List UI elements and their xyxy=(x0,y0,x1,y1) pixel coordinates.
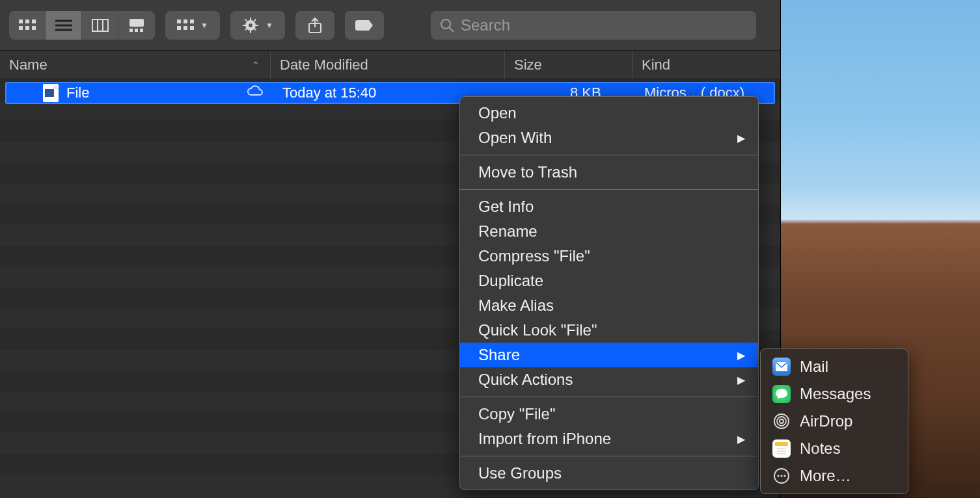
submenu-arrow-icon: ▶ xyxy=(737,349,745,361)
svg-point-50 xyxy=(783,475,785,477)
svg-rect-5 xyxy=(32,26,36,30)
search-input[interactable] xyxy=(461,16,747,34)
file-date: Today at 15:40 xyxy=(282,85,376,101)
svg-point-48 xyxy=(777,475,779,477)
notes-icon xyxy=(772,439,791,458)
share-label: More… xyxy=(800,467,851,485)
view-columns-button[interactable] xyxy=(82,11,118,40)
svg-rect-2 xyxy=(32,20,36,23)
svg-rect-14 xyxy=(135,29,138,32)
share-mail[interactable]: Mail xyxy=(761,353,908,380)
ctx-copy[interactable]: Copy "File" xyxy=(460,402,758,426)
messages-icon xyxy=(772,385,791,403)
ctx-separator xyxy=(460,397,758,397)
view-list-button[interactable] xyxy=(46,11,82,40)
svg-point-34 xyxy=(441,20,450,29)
svg-rect-24 xyxy=(250,18,251,21)
svg-line-35 xyxy=(449,27,454,32)
ctx-separator xyxy=(460,456,758,456)
svg-rect-4 xyxy=(25,26,29,30)
svg-rect-25 xyxy=(250,30,251,33)
view-icon-button[interactable] xyxy=(9,11,46,40)
svg-rect-43 xyxy=(775,442,788,446)
svg-rect-16 xyxy=(177,20,181,23)
view-mode-group xyxy=(9,11,155,40)
ctx-rename[interactable]: Rename xyxy=(460,219,758,244)
ctx-move-to-trash[interactable]: Move to Trash xyxy=(460,160,758,185)
share-label: Mail xyxy=(800,358,828,376)
ctx-separator xyxy=(460,155,758,155)
search-field[interactable] xyxy=(431,11,756,40)
column-label: Date Modified xyxy=(280,57,368,73)
airdrop-icon xyxy=(772,412,791,430)
column-label: Name xyxy=(9,57,48,73)
svg-point-41 xyxy=(780,419,783,423)
finder-toolbar: ▼ ▼ xyxy=(0,0,780,51)
chevron-down-icon: ▼ xyxy=(265,21,273,30)
docx-file-icon xyxy=(43,84,59,102)
action-menu-button[interactable]: ▼ xyxy=(230,11,285,40)
svg-rect-3 xyxy=(19,26,23,30)
svg-rect-13 xyxy=(129,29,133,32)
svg-point-40 xyxy=(777,417,786,426)
sort-chevron-icon: ⌃ xyxy=(252,60,260,70)
ctx-make-alias[interactable]: Make Alias xyxy=(460,293,758,318)
context-menu: Open Open With▶ Move to Trash Get Info R… xyxy=(459,96,759,490)
ctx-open[interactable]: Open xyxy=(460,101,758,125)
svg-rect-19 xyxy=(177,26,181,30)
ctx-quick-look[interactable]: Quick Look "File" xyxy=(460,318,758,343)
svg-rect-30 xyxy=(254,18,256,21)
ctx-open-with[interactable]: Open With▶ xyxy=(460,125,758,150)
file-name: File xyxy=(66,85,89,101)
submenu-arrow-icon: ▶ xyxy=(737,433,745,445)
group-by-button[interactable]: ▼ xyxy=(165,11,220,40)
share-label: AirDrop xyxy=(800,412,852,430)
ctx-share[interactable]: Share▶ xyxy=(460,343,758,367)
svg-rect-0 xyxy=(19,20,23,23)
svg-rect-12 xyxy=(129,19,144,27)
share-messages[interactable]: Messages xyxy=(761,380,908,408)
column-header-date[interactable]: Date Modified xyxy=(271,51,505,79)
view-gallery-button[interactable] xyxy=(118,11,155,40)
share-submenu: Mail Messages AirDrop Notes More… xyxy=(760,348,908,494)
mail-icon xyxy=(772,358,791,376)
svg-rect-26 xyxy=(243,25,246,26)
share-button[interactable] xyxy=(295,11,334,40)
svg-rect-15 xyxy=(140,29,143,32)
submenu-arrow-icon: ▶ xyxy=(737,374,745,386)
more-icon xyxy=(772,467,791,485)
svg-rect-20 xyxy=(184,26,187,30)
svg-rect-17 xyxy=(184,20,187,23)
ctx-separator xyxy=(460,189,758,190)
ctx-use-groups[interactable]: Use Groups xyxy=(460,461,758,486)
ctx-duplicate[interactable]: Duplicate xyxy=(460,269,758,293)
cloud-icon xyxy=(246,85,264,101)
submenu-arrow-icon: ▶ xyxy=(737,132,745,144)
column-header-kind[interactable]: Kind xyxy=(633,51,780,79)
share-label: Messages xyxy=(800,385,871,403)
share-more[interactable]: More… xyxy=(761,462,908,490)
svg-rect-28 xyxy=(245,18,247,21)
ctx-quick-actions[interactable]: Quick Actions▶ xyxy=(460,367,758,392)
column-header-size[interactable]: Size xyxy=(505,51,633,79)
svg-rect-1 xyxy=(25,20,29,23)
tags-button[interactable] xyxy=(345,11,384,40)
share-airdrop[interactable]: AirDrop xyxy=(761,408,908,435)
svg-point-37 xyxy=(776,389,787,398)
svg-point-49 xyxy=(780,475,782,477)
ctx-import-iphone[interactable]: Import from iPhone▶ xyxy=(460,426,758,451)
ctx-get-info[interactable]: Get Info xyxy=(460,194,758,219)
svg-rect-27 xyxy=(255,25,258,26)
search-icon xyxy=(440,18,454,33)
ctx-compress[interactable]: Compress "File" xyxy=(460,244,758,269)
share-notes[interactable]: Notes xyxy=(761,435,908,462)
column-header-name[interactable]: Name ⌃ xyxy=(0,51,271,79)
svg-rect-9 xyxy=(92,20,108,31)
column-label: Kind xyxy=(642,57,670,73)
svg-rect-21 xyxy=(190,26,194,30)
share-label: Notes xyxy=(800,439,841,458)
chevron-down-icon: ▼ xyxy=(200,21,208,30)
svg-point-23 xyxy=(249,23,252,27)
column-header-row: Name ⌃ Date Modified Size Kind xyxy=(0,51,780,79)
svg-rect-18 xyxy=(190,20,194,23)
